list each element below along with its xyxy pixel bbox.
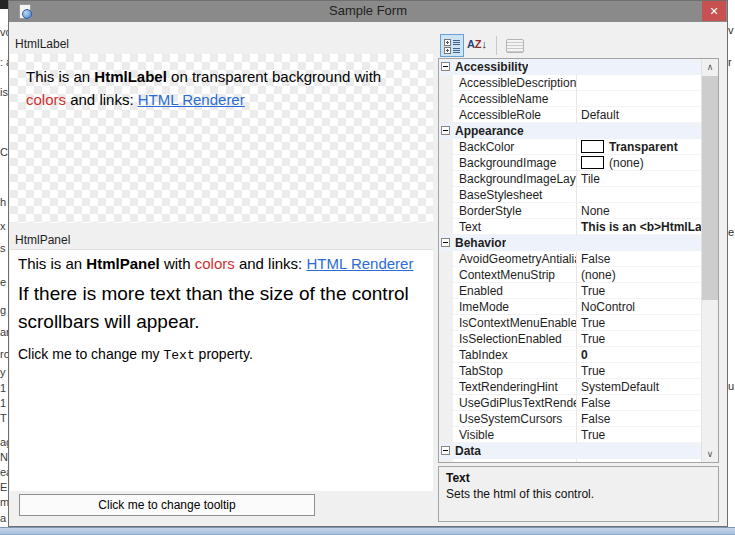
html-renderer-link[interactable]: HTML Renderer xyxy=(138,91,245,108)
property-value[interactable]: This is an <b>HtmlLabe xyxy=(577,219,701,235)
property-row[interactable]: BackgroundImage(none) xyxy=(439,155,701,171)
property-name: AccessibleName xyxy=(453,91,577,107)
property-value[interactable]: (none) xyxy=(577,155,701,171)
property-row[interactable]: ContextMenuStrip(none) xyxy=(439,267,701,283)
scrollbar-thumb[interactable] xyxy=(702,76,718,300)
property-name: Visible xyxy=(453,427,577,443)
property-value[interactable]: None xyxy=(577,203,701,219)
property-value[interactable]: SystemDefault xyxy=(577,379,701,395)
property-row[interactable]: TextRenderingHintSystemDefault xyxy=(439,379,701,395)
collapse-icon[interactable] xyxy=(439,123,453,139)
row-margin xyxy=(439,171,453,187)
row-margin xyxy=(439,203,453,219)
property-value[interactable]: True xyxy=(577,315,701,331)
property-value[interactable]: (none) xyxy=(577,267,701,283)
property-value[interactable] xyxy=(577,459,701,462)
property-name: AccessibleDescription xyxy=(453,75,577,91)
collapse-icon[interactable] xyxy=(439,235,453,251)
background-text-fragment: ag xyxy=(0,436,8,448)
property-value[interactable]: NoControl xyxy=(577,299,701,315)
category-row[interactable]: Data xyxy=(439,443,701,459)
background-text-fragment: v xyxy=(728,24,735,36)
property-value[interactable]: Default xyxy=(577,107,701,123)
color-swatch xyxy=(581,140,604,153)
property-row[interactable]: AvoidGeometryAntialiasFalse xyxy=(439,251,701,267)
property-value[interactable]: False xyxy=(577,411,701,427)
property-value[interactable]: False xyxy=(577,251,701,267)
property-row[interactable]: AccessibleDescription xyxy=(439,75,701,91)
property-value[interactable]: True xyxy=(577,363,701,379)
htmllabel-content: This is an HtmlLabel on transparent back… xyxy=(26,65,412,111)
row-margin xyxy=(439,251,453,267)
background-text-fragment: ar xyxy=(0,326,8,338)
category-row[interactable]: Behavior xyxy=(439,235,701,251)
alphabetical-sort-button[interactable]: AZ↓ xyxy=(465,34,489,57)
categorized-button[interactable] xyxy=(440,34,464,57)
property-row[interactable]: UseSystemCursorsFalse xyxy=(439,411,701,427)
property-row[interactable]: AccessibleRoleDefault xyxy=(439,107,701,123)
property-row[interactable]: TextThis is an <b>HtmlLabe xyxy=(439,219,701,235)
html-renderer-link[interactable]: HTML Renderer xyxy=(306,255,413,272)
property-row[interactable]: UseGdiPlusTextRenderinFalse xyxy=(439,395,701,411)
property-row[interactable]: IsContextMenuEnabledTrue xyxy=(439,315,701,331)
category-row[interactable]: Accessibility xyxy=(439,59,701,75)
htmlpanel[interactable]: This is an HtmlPanel with colors and lin… xyxy=(10,249,433,491)
property-name: BorderStyle xyxy=(453,203,577,219)
click-text: Click me to change my xyxy=(18,346,164,362)
label-bold-text: HtmlLabel xyxy=(94,68,167,85)
label-text: on transparent background with xyxy=(167,68,381,85)
property-name: BackColor xyxy=(453,139,577,155)
property-value[interactable]: Transparent xyxy=(577,139,701,155)
property-value[interactable]: True xyxy=(577,283,701,299)
expand-icon[interactable] xyxy=(439,459,453,462)
window-title: Sample Form xyxy=(9,3,727,18)
scroll-down-icon[interactable]: ∨ xyxy=(702,446,718,462)
close-button[interactable]: ✕ xyxy=(702,1,726,21)
change-tooltip-button[interactable]: Click me to change tooltip xyxy=(19,494,315,516)
property-grid-scrollbar[interactable]: ∧ ∨ xyxy=(701,59,718,462)
property-row[interactable]: AccessibleName xyxy=(439,91,701,107)
property-row[interactable]: ImeModeNoControl xyxy=(439,299,701,315)
collapse-icon[interactable] xyxy=(439,59,453,75)
background-text-fragment: T xyxy=(0,412,8,424)
property-name: TextRenderingHint xyxy=(453,379,577,395)
property-grid-rows: AccessibilityAccessibleDescriptionAccess… xyxy=(439,59,701,462)
scroll-up-icon[interactable]: ∧ xyxy=(702,59,718,75)
property-row[interactable]: (DataBindings) xyxy=(439,459,701,462)
row-margin xyxy=(439,331,453,347)
property-row[interactable]: TabStopTrue xyxy=(439,363,701,379)
click-text: property. xyxy=(195,346,253,362)
property-name: TabStop xyxy=(453,363,577,379)
row-margin xyxy=(439,139,453,155)
property-value[interactable] xyxy=(577,91,701,107)
property-row[interactable]: IsSelectionEnabledTrue xyxy=(439,331,701,347)
property-value[interactable] xyxy=(577,187,701,203)
property-value[interactable]: False xyxy=(577,395,701,411)
label-text: and links: xyxy=(66,91,138,108)
property-row[interactable]: BackColorTransparent xyxy=(439,139,701,155)
title-bar[interactable]: Sample Form ✕ xyxy=(9,1,727,22)
property-row[interactable]: BorderStyleNone xyxy=(439,203,701,219)
background-text-fragment: a xyxy=(0,512,8,524)
background-text-fragment: y xyxy=(0,366,8,378)
background-text-fragment: s xyxy=(0,242,8,254)
row-margin xyxy=(439,187,453,203)
property-row[interactable]: BaseStylesheet xyxy=(439,187,701,203)
property-row[interactable]: BackgroundImageLayoutTile xyxy=(439,171,701,187)
property-row[interactable]: EnabledTrue xyxy=(439,283,701,299)
row-margin xyxy=(439,91,453,107)
property-value[interactable]: 0 xyxy=(577,347,701,363)
property-value[interactable]: True xyxy=(577,427,701,443)
background-window-edge xyxy=(0,527,735,535)
property-value[interactable]: True xyxy=(577,331,701,347)
property-row[interactable]: VisibleTrue xyxy=(439,427,701,443)
property-row[interactable]: TabIndex0 xyxy=(439,347,701,363)
background-text-fragment: u xyxy=(728,380,735,392)
category-row[interactable]: Appearance xyxy=(439,123,701,139)
row-margin xyxy=(439,411,453,427)
htmlpanel-click-line[interactable]: Click me to change my Text property. xyxy=(18,346,418,363)
property-value[interactable] xyxy=(577,75,701,91)
property-value[interactable]: Tile xyxy=(577,171,701,187)
property-name: UseGdiPlusTextRenderin xyxy=(453,395,577,411)
collapse-icon[interactable] xyxy=(439,443,453,459)
